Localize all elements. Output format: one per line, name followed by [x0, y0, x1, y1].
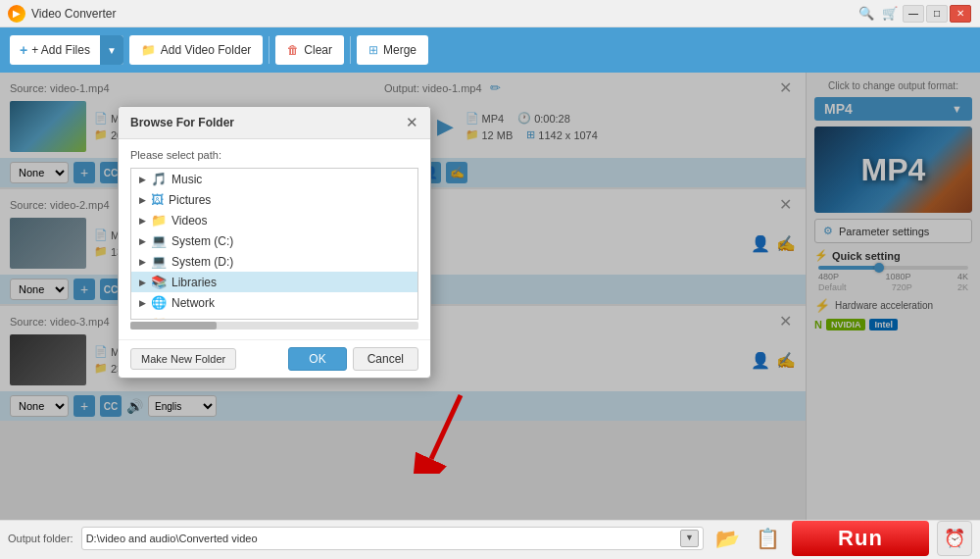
tree-arrow-network: ▶ — [139, 298, 146, 308]
output-folder-label: Output folder: — [8, 533, 74, 544]
add-files-main[interactable]: + + Add Files — [10, 35, 100, 65]
close-button[interactable]: ✕ — [950, 5, 971, 23]
tree-arrow-c: ▶ — [139, 236, 146, 246]
folder-tree[interactable]: ▶ 🎵 Music ▶ 🖼 Pictures ▶ 📁 Videos — [130, 168, 418, 320]
make-new-folder-button[interactable]: Make New Folder — [130, 348, 236, 370]
output-dropdown-button[interactable]: ▼ — [680, 530, 699, 547]
toolbar: + + Add Files ▼ 📁 Add Video Folder 🗑 Cle… — [0, 27, 980, 73]
tree-arrow-d: ▶ — [139, 257, 146, 267]
output-path-text: D:\video and audio\Converted video — [86, 533, 680, 544]
tree-item-movie-clips[interactable]: ▶ 📁 Movie Clips — [131, 313, 417, 320]
music-folder-icon: 🎵 — [151, 172, 167, 186]
system-d-icon: 💻 — [151, 254, 167, 269]
minimize-button[interactable]: — — [903, 5, 924, 23]
app-title: Video Converter — [31, 7, 855, 21]
toolbar-divider2 — [350, 36, 351, 64]
tree-arrow-pictures: ▶ — [139, 195, 146, 205]
tree-arrow-libraries: ▶ — [139, 278, 146, 287]
shop-button[interactable]: 🛒 — [878, 6, 902, 21]
bottom-bar: Output folder: D:\video and audio\Conver… — [0, 520, 980, 555]
tree-item-music[interactable]: ▶ 🎵 Music — [131, 169, 417, 189]
toolbar-divider — [269, 36, 270, 64]
add-video-folder-button[interactable]: 📁 Add Video Folder — [129, 35, 264, 65]
dialog-cancel-button[interactable]: Cancel — [353, 347, 418, 371]
open-folder-button[interactable]: 📂 — [711, 527, 744, 550]
folder-icon: 📁 — [141, 43, 156, 57]
tree-arrow-music: ▶ — [139, 175, 146, 184]
tree-item-system-c[interactable]: ▶ 💻 System (C:) — [131, 230, 417, 251]
movie-clips-icon: 📁 — [151, 316, 167, 320]
dialog-titlebar: Browse For Folder ✕ — [119, 107, 430, 139]
trash-icon: 🗑 — [287, 43, 299, 57]
pictures-folder-icon: 🖼 — [151, 192, 164, 207]
videos-folder-icon: 📁 — [151, 213, 167, 228]
tree-arrow-videos: ▶ — [139, 216, 146, 226]
maximize-button[interactable]: □ — [926, 5, 948, 23]
libraries-icon: 📚 — [151, 275, 167, 289]
browse-folder-dialog: Browse For Folder ✕ Please select path: … — [118, 106, 431, 379]
tree-arrow-movie: ▶ — [139, 319, 146, 321]
alarm-button[interactable]: ⏰ — [937, 521, 972, 556]
dialog-overlay: Browse For Folder ✕ Please select path: … — [0, 73, 980, 520]
tree-item-pictures[interactable]: ▶ 🖼 Pictures — [131, 189, 417, 210]
add-files-dropdown-arrow[interactable]: ▼ — [100, 35, 123, 65]
tree-item-network[interactable]: ▶ 🌐 Network — [131, 292, 417, 313]
run-button[interactable]: Run — [792, 521, 929, 556]
system-c-icon: 💻 — [151, 233, 167, 248]
add-files-button[interactable]: + + Add Files ▼ — [10, 35, 123, 65]
dialog-ok-button[interactable]: OK — [288, 347, 346, 371]
app-icon: ▶ — [8, 5, 25, 23]
tree-item-libraries[interactable]: ▶ 📚 Libraries — [131, 272, 417, 292]
search-button[interactable]: 🔍 — [855, 6, 878, 21]
dialog-close-button[interactable]: ✕ — [406, 114, 418, 131]
dialog-footer: Make New Folder OK Cancel — [119, 339, 430, 378]
merge-icon: ⊞ — [368, 43, 378, 57]
merge-button[interactable]: ⊞ Merge — [357, 35, 428, 65]
network-icon: 🌐 — [151, 295, 167, 310]
dialog-body: Please select path: ▶ 🎵 Music ▶ 🖼 Pictur… — [119, 139, 430, 339]
plus-icon: + — [20, 42, 27, 58]
tree-item-system-d[interactable]: ▶ 💻 System (D:) — [131, 251, 417, 272]
clear-button[interactable]: 🗑 Clear — [275, 35, 344, 65]
titlebar: ▶ Video Converter 🔍 🛒 — □ ✕ — [0, 0, 980, 27]
output-path-container: D:\video and audio\Converted video ▼ — [81, 527, 704, 550]
select-path-label: Please select path: — [130, 149, 418, 161]
file-list-button[interactable]: 📋 — [752, 527, 784, 550]
tree-item-videos[interactable]: ▶ 📁 Videos — [131, 210, 417, 230]
